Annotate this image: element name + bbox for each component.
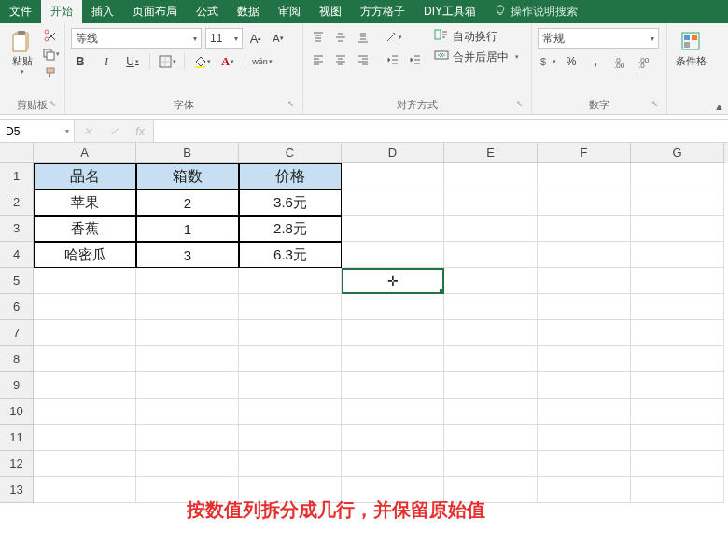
- font-shrink-button[interactable]: A▾: [269, 29, 287, 48]
- align-left-button[interactable]: [309, 50, 328, 69]
- cell-D10[interactable]: [342, 399, 444, 425]
- cell-A6[interactable]: [34, 294, 136, 320]
- cell-B5[interactable]: [136, 268, 239, 294]
- cell-A12[interactable]: [34, 451, 136, 477]
- orientation-button[interactable]: [384, 28, 402, 47]
- row-header-2[interactable]: 2: [0, 189, 34, 216]
- cell-E11[interactable]: [444, 425, 538, 451]
- cell-A2[interactable]: 苹果: [34, 189, 136, 216]
- cell-E1[interactable]: [444, 163, 538, 189]
- cell-F11[interactable]: [538, 425, 631, 451]
- cell-E8[interactable]: [444, 346, 538, 372]
- font-color-button[interactable]: A: [218, 52, 237, 71]
- cell-B12[interactable]: [136, 451, 239, 477]
- cell-A8[interactable]: [34, 346, 136, 372]
- col-header-F[interactable]: F: [538, 143, 631, 163]
- cell-D3[interactable]: [342, 216, 444, 242]
- menu-review[interactable]: 审阅: [269, 0, 310, 23]
- cell-B8[interactable]: [136, 346, 239, 372]
- cell-D9[interactable]: [342, 372, 444, 399]
- cell-F13[interactable]: [538, 477, 631, 503]
- menu-layout[interactable]: 页面布局: [123, 0, 187, 23]
- cell-G13[interactable]: [631, 477, 724, 503]
- bold-button[interactable]: B: [71, 52, 90, 71]
- cell-D1[interactable]: [342, 163, 444, 189]
- cell-F5[interactable]: [538, 268, 631, 294]
- cell-C7[interactable]: [239, 320, 342, 346]
- col-header-B[interactable]: B: [136, 143, 239, 163]
- cell-C1[interactable]: 价格: [239, 163, 342, 189]
- col-header-D[interactable]: D: [342, 143, 444, 163]
- row-header-6[interactable]: 6: [0, 294, 34, 320]
- cancel-formula-button[interactable]: ✕: [75, 125, 101, 138]
- cell-C5[interactable]: [239, 268, 342, 294]
- cell-B3[interactable]: 1: [136, 216, 239, 242]
- cell-G6[interactable]: [631, 294, 724, 320]
- cell-E5[interactable]: [444, 268, 538, 294]
- cell-C3[interactable]: 2.8元: [239, 216, 342, 242]
- merge-center-button[interactable]: 合并后居中 ▾: [434, 47, 519, 67]
- conditional-format-button[interactable]: 条件格: [673, 26, 708, 70]
- cell-F6[interactable]: [538, 294, 631, 320]
- cell-E4[interactable]: [444, 242, 538, 268]
- cell-F3[interactable]: [538, 216, 631, 242]
- cell-D6[interactable]: [342, 294, 444, 320]
- cell-E9[interactable]: [444, 372, 538, 399]
- cell-G5[interactable]: [631, 268, 724, 294]
- menu-insert[interactable]: 插入: [82, 0, 123, 23]
- cell-E3[interactable]: [444, 216, 538, 242]
- cell-A10[interactable]: [34, 399, 136, 425]
- ribbon-collapse-button[interactable]: ▲: [714, 101, 724, 112]
- name-box[interactable]: D5▾: [0, 120, 75, 142]
- cell-B6[interactable]: [136, 294, 239, 320]
- cell-A11[interactable]: [34, 425, 136, 451]
- cell-C11[interactable]: [239, 425, 342, 451]
- cell-C9[interactable]: [239, 372, 342, 399]
- wrap-text-button[interactable]: 自动换行: [434, 26, 519, 47]
- cell-C10[interactable]: [239, 399, 342, 425]
- cell-G1[interactable]: [631, 163, 724, 189]
- menu-file[interactable]: 文件: [0, 0, 41, 23]
- row-header-5[interactable]: 5: [0, 268, 34, 294]
- cell-F9[interactable]: [538, 372, 631, 399]
- cell-F4[interactable]: [538, 242, 631, 268]
- cell-G9[interactable]: [631, 372, 724, 399]
- italic-button[interactable]: I: [97, 52, 116, 71]
- col-header-A[interactable]: A: [34, 143, 136, 163]
- number-format-select[interactable]: 常规▾: [538, 28, 659, 49]
- cell-D8[interactable]: [342, 346, 444, 372]
- cut-button[interactable]: [41, 26, 60, 45]
- cell-G2[interactable]: [631, 189, 724, 216]
- align-bottom-button[interactable]: [354, 28, 372, 47]
- cell-F7[interactable]: [538, 320, 631, 346]
- cell-G12[interactable]: [631, 451, 724, 477]
- number-dialog-launcher[interactable]: ⤡: [651, 99, 659, 108]
- row-header-7[interactable]: 7: [0, 320, 34, 346]
- cell-C4[interactable]: 6.3元: [239, 242, 342, 268]
- cell-B10[interactable]: [136, 399, 239, 425]
- cell-D2[interactable]: [342, 189, 444, 216]
- paste-button[interactable]: 粘贴 ▾: [6, 26, 39, 96]
- cell-E6[interactable]: [444, 294, 538, 320]
- cell-F1[interactable]: [538, 163, 631, 189]
- menu-diy[interactable]: DIY工具箱: [414, 0, 485, 23]
- cell-B2[interactable]: 2: [136, 189, 239, 216]
- cell-D5[interactable]: ✛: [342, 268, 444, 294]
- cell-G3[interactable]: [631, 216, 724, 242]
- row-header-4[interactable]: 4: [0, 242, 34, 268]
- cell-G8[interactable]: [631, 346, 724, 372]
- cell-A9[interactable]: [34, 372, 136, 399]
- cell-D12[interactable]: [342, 451, 444, 477]
- row-header-12[interactable]: 12: [0, 451, 34, 477]
- cell-B9[interactable]: [136, 372, 239, 399]
- font-size-select[interactable]: 11▾: [205, 28, 243, 49]
- row-header-1[interactable]: 1: [0, 163, 34, 189]
- decrease-decimal-button[interactable]: .00.0: [635, 52, 653, 71]
- font-name-select[interactable]: 等线▾: [71, 28, 202, 49]
- cell-D11[interactable]: [342, 425, 444, 451]
- indent-decrease-button[interactable]: [384, 50, 402, 69]
- cell-C12[interactable]: [239, 451, 342, 477]
- align-center-button[interactable]: [331, 50, 350, 69]
- cell-A7[interactable]: [34, 320, 136, 346]
- font-dialog-launcher[interactable]: ⤡: [287, 99, 295, 108]
